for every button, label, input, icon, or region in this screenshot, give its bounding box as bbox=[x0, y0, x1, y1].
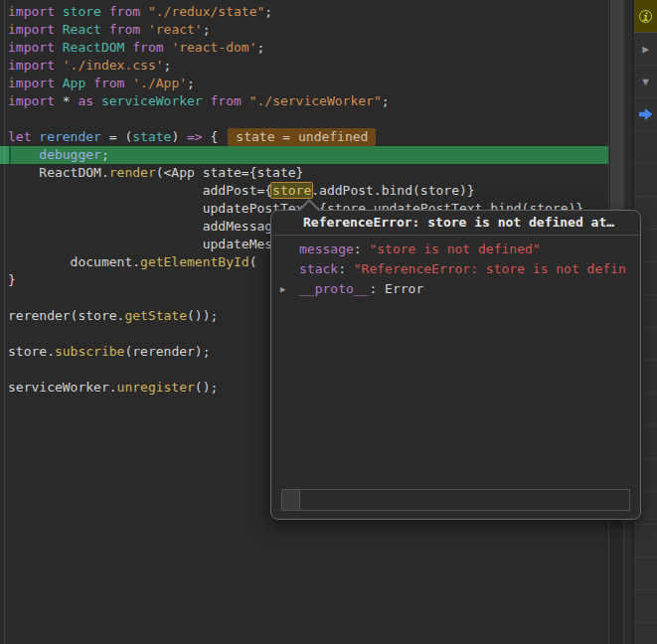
code-token: document. bbox=[8, 254, 140, 269]
property-name: __proto__ bbox=[299, 281, 369, 296]
code-token: => bbox=[187, 129, 203, 144]
popup-property-row[interactable]: ▶__proto__: Error bbox=[271, 279, 640, 299]
code-token: ReactDOM. bbox=[8, 165, 109, 180]
code-token: 'react-dom' bbox=[171, 40, 256, 55]
code-token: unregister bbox=[117, 380, 195, 395]
code-token: .addPost.bind(store)} bbox=[311, 183, 474, 198]
code-token: ReactDOM bbox=[63, 40, 125, 55]
code-token: store. bbox=[8, 344, 55, 359]
code-token: ; bbox=[256, 40, 264, 55]
property-colon: : bbox=[338, 261, 354, 276]
code-token: ) bbox=[171, 129, 187, 144]
code-token: import bbox=[8, 58, 55, 73]
code-token bbox=[55, 76, 63, 90]
popup-property-row[interactable]: stack: "ReferenceError: store is not def… bbox=[271, 259, 640, 279]
code-token: ; bbox=[187, 76, 195, 90]
code-line[interactable]: ReactDOM.render(<App state={state} bbox=[0, 164, 608, 182]
code-token: ( bbox=[249, 254, 257, 269]
hovered-token[interactable]: store bbox=[271, 183, 312, 198]
code-token: import bbox=[8, 76, 55, 90]
code-line[interactable]: import './index.css'; bbox=[0, 57, 608, 75]
code-token: './index.css' bbox=[63, 58, 164, 73]
code-token bbox=[55, 22, 63, 37]
code-token: "./serviceWorker" bbox=[249, 93, 382, 108]
code-line[interactable] bbox=[0, 110, 608, 128]
code-token bbox=[140, 4, 148, 19]
code-token: let bbox=[8, 129, 31, 144]
code-token: React bbox=[63, 22, 101, 37]
code-line[interactable]: import * as serviceWorker from "./servic… bbox=[0, 92, 608, 110]
code-line[interactable]: import store from "./redux/state"; bbox=[0, 3, 608, 21]
code-token: getElementById bbox=[140, 254, 249, 269]
code-token: import bbox=[8, 22, 55, 37]
popup-caret-fill bbox=[300, 202, 318, 211]
popup-property-list: message: "store is not defined"stack: "R… bbox=[271, 236, 640, 299]
property-name: message bbox=[299, 242, 354, 256]
code-token: { bbox=[203, 129, 219, 144]
code-token: store bbox=[63, 4, 101, 19]
code-token: './App' bbox=[132, 76, 187, 90]
code-token: (); bbox=[195, 380, 218, 395]
code-token: 'react' bbox=[148, 22, 203, 37]
code-token: from bbox=[109, 22, 140, 37]
code-line[interactable]: import ReactDOM from 'react-dom'; bbox=[0, 39, 608, 57]
code-line[interactable]: import React from 'react'; bbox=[0, 21, 608, 39]
popup-property-row[interactable]: message: "store is not defined" bbox=[271, 240, 640, 259]
code-token: from bbox=[211, 93, 242, 108]
code-line[interactable]: let rerender = (state) => {state = undef… bbox=[0, 128, 608, 146]
code-token: as bbox=[78, 93, 93, 108]
code-token: import bbox=[8, 93, 55, 108]
code-token bbox=[55, 4, 63, 19]
resume-button[interactable]: ▶ bbox=[634, 33, 657, 65]
play-icon: ▶ bbox=[642, 43, 649, 56]
code-token: = ( bbox=[101, 129, 132, 144]
code-token: import bbox=[8, 40, 55, 55]
code-token bbox=[101, 22, 109, 37]
code-token: getState bbox=[124, 308, 187, 323]
debugger-screen: import store from "./redux/state";import… bbox=[0, 0, 657, 644]
code-token bbox=[242, 93, 249, 108]
code-token bbox=[55, 40, 63, 55]
code-token bbox=[85, 76, 93, 90]
step-arrow-icon bbox=[639, 108, 653, 121]
code-token: (<App state={state} bbox=[156, 165, 304, 180]
step-button[interactable] bbox=[634, 98, 657, 130]
code-token: App bbox=[63, 76, 85, 90]
popup-scrollbar-thumb[interactable] bbox=[282, 490, 300, 510]
code-token: ()); bbox=[187, 308, 218, 323]
code-token: addPost={ bbox=[8, 183, 272, 198]
property-value: "store is not defined" bbox=[369, 242, 540, 256]
property-value: "ReferenceError: store is not defin bbox=[354, 261, 626, 276]
popup-title: ReferenceError: store is not defined at… bbox=[271, 211, 640, 236]
code-token: rerender bbox=[39, 129, 101, 144]
code-token: "./redux/state" bbox=[148, 4, 264, 19]
code-token: from bbox=[93, 76, 124, 90]
code-token bbox=[55, 58, 63, 73]
code-token bbox=[101, 4, 109, 19]
dropdown-button[interactable]: ▼ bbox=[634, 66, 657, 97]
code-line-paused[interactable]: debugger; bbox=[0, 146, 608, 164]
code-line[interactable]: addPost={store.addPost.bind(store)} bbox=[0, 182, 608, 200]
code-token: render bbox=[109, 165, 156, 180]
code-token: (rerender); bbox=[124, 344, 210, 359]
code-line[interactable]: import App from './App'; bbox=[0, 75, 608, 92]
code-token: * bbox=[55, 93, 78, 108]
expander-triangle-icon[interactable]: ▶ bbox=[280, 279, 285, 299]
code-token: } bbox=[8, 272, 16, 287]
popup-scrollbar[interactable] bbox=[281, 489, 630, 511]
code-token: from bbox=[109, 4, 140, 19]
code-token: ; bbox=[382, 93, 390, 108]
info-button[interactable]: i bbox=[634, 0, 657, 33]
chevron-down-icon: ▼ bbox=[642, 76, 649, 88]
property-value: Error bbox=[385, 281, 423, 296]
code-token bbox=[8, 147, 39, 162]
property-colon: : bbox=[369, 281, 385, 296]
code-token: import bbox=[8, 4, 55, 19]
code-token bbox=[203, 93, 211, 108]
code-token: ; bbox=[203, 22, 211, 37]
code-token: subscribe bbox=[55, 344, 124, 359]
code-token: serviceWorker. bbox=[8, 380, 117, 395]
code-token: ; bbox=[264, 4, 272, 19]
property-name: stack bbox=[299, 261, 338, 276]
code-token bbox=[93, 93, 101, 108]
